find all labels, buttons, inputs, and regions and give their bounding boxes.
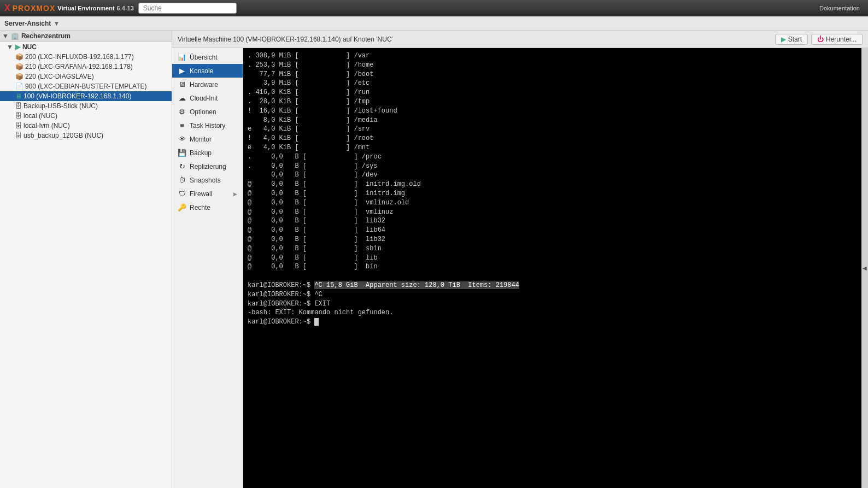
nav-item-snapshots[interactable]: ⏱Snapshots xyxy=(172,173,243,187)
vm-title: Virtuelle Maschine 100 (VM-IOBROKER-192.… xyxy=(178,36,393,43)
nav-icon-replizierung: ↻ xyxy=(178,162,186,170)
sidebar-item-usb-backup[interactable]: 🗄usb_backup_120GB (NUC) xyxy=(0,131,172,140)
proxmox-logo: X PROXMOX Virtual Environment 6.4-13 xyxy=(4,3,134,13)
sidebar-item-label: 220 (LXC-DIAGSLAVE) xyxy=(25,73,94,80)
storage-icon: 🗄 xyxy=(15,132,22,139)
template-icon: 📄 xyxy=(15,83,24,90)
sidebar-item-local-lvm[interactable]: 🗄local-lvm (NUC) xyxy=(0,121,172,131)
nav-icon-cloud-init: ☁ xyxy=(178,94,186,102)
datacenter-icon: 🏢 xyxy=(11,32,19,40)
collapse-toggle[interactable]: ◀ xyxy=(861,48,868,488)
server-ansicht-dropdown[interactable]: ▼ xyxy=(53,20,60,27)
server-ansicht-label: Server-Ansicht xyxy=(4,20,51,27)
sidebar-item-100[interactable]: 🖥100 (VM-IOBROKER-192.168.1.140) xyxy=(0,91,172,101)
node-label: NUC xyxy=(22,43,37,51)
nav-item-firewall[interactable]: 🛡Firewall xyxy=(172,187,243,201)
nav-icon-monitor: 👁 xyxy=(178,135,186,143)
nav-icon-optionen: ⚙ xyxy=(178,108,186,116)
action-buttons: ▶ Start ⏻ Herunter... xyxy=(775,34,863,45)
nav-item-cloud-init[interactable]: ☁Cloud-Init xyxy=(172,91,243,105)
nav-menu: 📊Übersicht▶Konsole🖥Hardware☁Cloud-Init⚙O… xyxy=(172,48,243,488)
shutdown-icon: ⏻ xyxy=(817,36,824,43)
nav-icon-snapshots: ⏱ xyxy=(178,176,186,184)
nav-item-konsole[interactable]: ▶Konsole xyxy=(172,64,243,78)
datacenter-expand-icon: ▼ xyxy=(2,32,9,40)
nav-label-task-history: Task History xyxy=(190,122,225,130)
shutdown-label: Herunter... xyxy=(826,36,857,43)
sidebar-item-label: Backup-USB-Stick (NUC) xyxy=(24,102,98,110)
sidebar-item-900[interactable]: 📄900 (LXC-DEBIAN-BUSTER-TEMPLATE) xyxy=(0,81,172,91)
shutdown-button[interactable]: ⏻ Herunter... xyxy=(811,34,863,45)
nav-item-rechte[interactable]: 🔑Rechte xyxy=(172,201,243,214)
datacenter-label: Rechenzentrum xyxy=(21,32,71,40)
sidebar-item-label: 100 (VM-IOBROKER-192.168.1.140) xyxy=(24,92,131,100)
vm-title-bar: Virtuelle Maschine 100 (VM-IOBROKER-192.… xyxy=(172,31,868,48)
sidebar-item-label: 200 (LXC-INFLUXDB-192.168.1.177) xyxy=(25,53,134,61)
nav-item-uebersicht[interactable]: 📊Übersicht xyxy=(172,50,243,64)
proxmox-name: PROXMOX xyxy=(13,4,56,13)
search-input[interactable] xyxy=(138,3,237,14)
sidebar-items: 📦200 (LXC-INFLUXDB-192.168.1.177)📦210 (L… xyxy=(0,52,172,140)
nav-icon-hardware: 🖥 xyxy=(178,80,186,89)
right-panel: Virtuelle Maschine 100 (VM-IOBROKER-192.… xyxy=(172,31,868,488)
lxc-off-icon: 📦 xyxy=(15,73,24,80)
nav-label-cloud-init: Cloud-Init xyxy=(190,95,218,102)
storage-icon: 🗄 xyxy=(15,112,22,120)
node-icon: ▶ xyxy=(15,43,20,51)
sidebar-item-220[interactable]: 📦220 (LXC-DIAGSLAVE) xyxy=(0,72,172,81)
nav-item-task-history[interactable]: ≡Task History xyxy=(172,119,243,132)
nav-item-hardware[interactable]: 🖥Hardware xyxy=(172,78,243,91)
sidebar-item-210[interactable]: 📦210 (LXC-GRAFANA-192.168.1.178) xyxy=(0,62,172,72)
x-logo-icon: X xyxy=(4,3,10,13)
sidebar-item-datacenter[interactable]: ▼ 🏢 Rechenzentrum xyxy=(0,31,172,42)
start-label: Start xyxy=(788,36,802,43)
sidebar-item-label: usb_backup_120GB (NUC) xyxy=(24,132,103,139)
console-area[interactable]: . 308,9 MiB [ ] /var . 253,3 MiB [ ] /ho… xyxy=(243,48,861,488)
nav-item-monitor[interactable]: 👁Monitor xyxy=(172,132,243,146)
nav-label-rechte: Rechte xyxy=(190,204,210,211)
node-expand-icon: ▼ xyxy=(7,43,13,51)
nav-label-monitor: Monitor xyxy=(190,136,212,143)
nav-icon-firewall: 🛡 xyxy=(178,190,186,198)
lxc-icon: 📦 xyxy=(15,63,24,70)
nav-item-replizierung[interactable]: ↻Replizierung xyxy=(172,160,243,173)
nav-label-optionen: Optionen xyxy=(190,108,216,116)
sidebar-item-nuc[interactable]: ▼ ▶ NUC xyxy=(0,42,172,52)
storage-icon: 🗄 xyxy=(15,102,22,110)
nav-icon-task-history: ≡ xyxy=(178,121,186,130)
documentation-button[interactable]: Dokumentation xyxy=(816,3,864,13)
start-icon: ▶ xyxy=(781,36,786,43)
ve-label: Virtual Environment xyxy=(57,5,114,11)
sidebar-item-label: local-lvm (NUC) xyxy=(24,122,70,130)
nav-label-snapshots: Snapshots xyxy=(190,177,221,184)
sidebar-item-backup-usb[interactable]: 🗄Backup-USB-Stick (NUC) xyxy=(0,101,172,111)
nav-label-uebersicht: Übersicht xyxy=(190,54,218,61)
nav-label-backup: Backup xyxy=(190,149,212,157)
console-content: . 308,9 MiB [ ] /var . 253,3 MiB [ ] /ho… xyxy=(243,48,861,488)
topbar: X PROXMOX Virtual Environment 6.4-13 Dok… xyxy=(0,0,868,16)
vm-icon: 🖥 xyxy=(15,92,22,100)
sidebar-item-local[interactable]: 🗄local (NUC) xyxy=(0,111,172,121)
lxc-icon: 📦 xyxy=(15,53,24,61)
nav-item-backup[interactable]: 💾Backup xyxy=(172,146,243,160)
sidebar-item-label: local (NUC) xyxy=(24,112,57,120)
storage-icon: 🗄 xyxy=(15,122,22,130)
start-button[interactable]: ▶ Start xyxy=(775,34,808,45)
nav-label-firewall: Firewall xyxy=(190,190,212,198)
server-ansicht-bar: Server-Ansicht ▼ xyxy=(0,16,868,31)
nav-label-hardware: Hardware xyxy=(190,81,218,89)
sidebar-item-label: 900 (LXC-DEBIAN-BUSTER-TEMPLATE) xyxy=(25,83,147,90)
split-panel: 📊Übersicht▶Konsole🖥Hardware☁Cloud-Init⚙O… xyxy=(172,48,868,488)
main-layout: ▼ 🏢 Rechenzentrum ▼ ▶ NUC 📦200 (LXC-INFL… xyxy=(0,31,868,488)
sidebar: ▼ 🏢 Rechenzentrum ▼ ▶ NUC 📦200 (LXC-INFL… xyxy=(0,31,172,488)
nav-icon-backup: 💾 xyxy=(178,149,186,157)
version-label: 6.4-13 xyxy=(117,5,134,11)
sidebar-item-label: 210 (LXC-GRAFANA-192.168.1.178) xyxy=(25,63,133,70)
nav-label-konsole: Konsole xyxy=(190,67,213,75)
nav-label-replizierung: Replizierung xyxy=(190,163,226,170)
nav-icon-uebersicht: 📊 xyxy=(178,53,186,61)
nav-icon-rechte: 🔑 xyxy=(178,203,186,211)
nav-item-optionen[interactable]: ⚙Optionen xyxy=(172,105,243,119)
sidebar-item-200[interactable]: 📦200 (LXC-INFLUXDB-192.168.1.177) xyxy=(0,52,172,62)
nav-icon-konsole: ▶ xyxy=(178,67,186,75)
